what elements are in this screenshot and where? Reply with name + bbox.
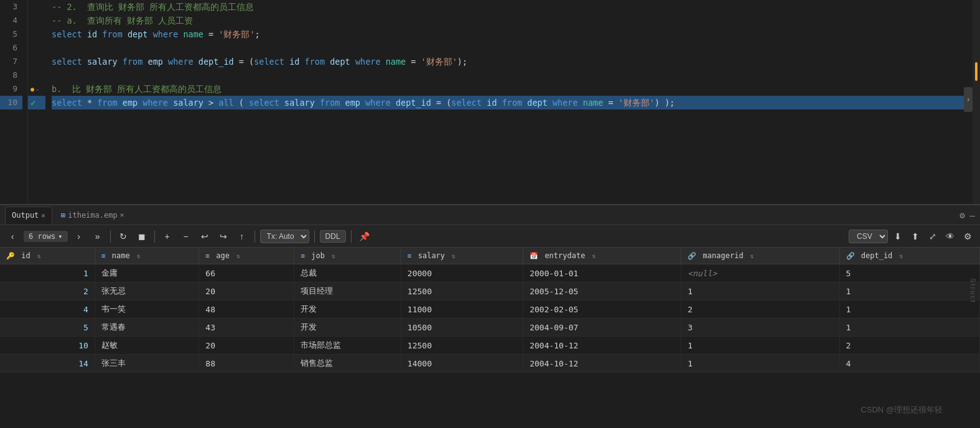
- cell-salary: 20000: [401, 264, 523, 282]
- tab-table-close[interactable]: ✕: [120, 211, 124, 219]
- toolbar-divider-5: [351, 230, 352, 243]
- ln-8: 8: [0, 68, 22, 82]
- table-row: 5常遇春43开发105002004-09-0731: [0, 319, 980, 337]
- sort-icon-entrydate: ⇅: [592, 253, 596, 259]
- redo-button[interactable]: ↪: [216, 229, 231, 244]
- tab-table[interactable]: ⊞ itheima.emp ✕: [55, 207, 130, 224]
- table-settings-button[interactable]: ⚙: [960, 229, 975, 244]
- toolbar-divider-4: [314, 230, 315, 243]
- collapse-handle[interactable]: ›: [964, 87, 973, 112]
- view-button[interactable]: 👁: [943, 229, 958, 244]
- cell-entrydate: 2002-02-05: [523, 300, 681, 319]
- col-age-icon: ≡: [205, 252, 210, 260]
- sort-icon-salary: ⇅: [452, 253, 455, 259]
- minimize-icon[interactable]: —: [970, 210, 975, 220]
- pin-button[interactable]: 📌: [357, 230, 372, 243]
- editor-scrollbar[interactable]: [973, 0, 980, 204]
- cell-dept_id: 1: [839, 319, 979, 337]
- row-count-label: 6 rows: [29, 232, 55, 241]
- refresh-button[interactable]: ↻: [116, 229, 131, 244]
- next-page-button[interactable]: ›: [72, 229, 86, 244]
- cell-salary: 14000: [401, 355, 523, 373]
- tab-table-label: itheima.emp: [68, 211, 117, 220]
- tab-output-close[interactable]: ✕: [41, 212, 45, 220]
- sort-icon-name: ⇅: [137, 253, 141, 259]
- line-numbers: 3 4 5 6 7 8 9 10: [0, 0, 28, 204]
- bottom-panel: Output ✕ ⊞ itheima.emp ✕ ⚙ — ‹ 6 rows ▾ …: [0, 205, 980, 428]
- settings-icon[interactable]: ⚙: [959, 210, 964, 220]
- cell-age: 48: [199, 300, 294, 319]
- tab-bar: Output ✕ ⊞ itheima.emp ✕ ⚙ —: [0, 205, 980, 225]
- col-header-id[interactable]: 🔑 id ⇅: [0, 248, 95, 264]
- ddl-button[interactable]: DDL: [320, 230, 346, 243]
- cell-entrydate: 2000-01-01: [523, 264, 681, 282]
- undo-button[interactable]: ↩: [197, 229, 212, 244]
- col-header-entrydate[interactable]: 📅 entrydate ⇅: [523, 248, 681, 264]
- table-row: 1金庸66总裁200002000-01-01<null>5: [0, 264, 980, 282]
- table-body: 1金庸66总裁200002000-01-01<null>52张无忌20项目经理1…: [0, 264, 980, 373]
- col-entrydate-icon: 📅: [530, 252, 538, 260]
- col-header-dept-id[interactable]: 🔗 dept_id ⇅: [839, 248, 979, 264]
- cell-name: 韦一笑: [95, 300, 198, 319]
- stop-button[interactable]: ◼: [134, 229, 149, 244]
- cell-salary: 11000: [401, 300, 523, 319]
- cell-id: 4: [0, 300, 95, 319]
- toolbar-right: CSV ⬇ ⬆ ⤢ 👁 ⚙: [849, 229, 975, 244]
- ln-6: 6: [0, 41, 22, 55]
- tab-output-label: Output: [12, 211, 39, 220]
- code-line-7: select salary from emp where dept_id = (…: [52, 55, 980, 68]
- row-count-display[interactable]: 6 rows ▾: [24, 231, 68, 242]
- cell-managerid: 1: [681, 337, 839, 355]
- struct-sidebar: Struct: [969, 278, 977, 304]
- cell-salary: 12500: [401, 337, 523, 355]
- cell-age: 66: [199, 264, 294, 282]
- code-area[interactable]: -- 2. 查询比 财务部 所有人工资都高的员工信息 -- a. 查询所有 财务…: [45, 0, 980, 204]
- cell-age: 43: [199, 319, 294, 337]
- col-header-job[interactable]: ≡ job ⇅: [294, 248, 401, 264]
- cell-job: 开发: [294, 300, 401, 319]
- export-button[interactable]: ⬇: [890, 229, 905, 244]
- table-header-row: 🔑 id ⇅ ≡ name ⇅ ≡ age ⇅ ≡: [0, 248, 980, 264]
- key-icon: 🔑: [6, 252, 15, 260]
- watermark: CSDN @理想还很年轻: [861, 404, 943, 416]
- add-row-button[interactable]: +: [160, 229, 175, 244]
- ln-9: 9: [0, 82, 22, 96]
- sort-icon-id: ⇅: [37, 253, 41, 259]
- last-page-button[interactable]: »: [90, 229, 105, 244]
- col-header-age[interactable]: ≡ age ⇅: [199, 248, 294, 264]
- ln-10: 10: [0, 96, 22, 109]
- upload-button[interactable]: ⬆: [908, 229, 923, 244]
- remove-row-button[interactable]: −: [179, 229, 194, 244]
- table-row: 14张三丰88销售总监140002004-10-1214: [0, 355, 980, 373]
- cell-dept_id: 4: [839, 355, 979, 373]
- col-header-managerid[interactable]: 🔗 managerid ⇅: [681, 248, 839, 264]
- cell-job: 总裁: [294, 264, 401, 282]
- cell-managerid: 1: [681, 282, 839, 300]
- cell-id: 2: [0, 282, 95, 300]
- cell-name: 张无忌: [95, 282, 198, 300]
- results-table-container[interactable]: 🔑 id ⇅ ≡ name ⇅ ≡ age ⇅ ≡: [0, 248, 980, 428]
- cell-name: 常遇春: [95, 319, 198, 337]
- code-line-5: select id from dept where name = '财务部' ;: [52, 27, 980, 41]
- csv-select[interactable]: CSV: [849, 230, 888, 243]
- cell-job: 市场部总监: [294, 337, 401, 355]
- col-job-icon: ≡: [301, 252, 305, 260]
- scrollbar-thumb: [975, 62, 978, 81]
- col-deptid-icon: 🔗: [846, 252, 855, 260]
- ln-4: 4: [0, 14, 22, 27]
- expand-button[interactable]: ⤢: [925, 229, 940, 244]
- tab-output[interactable]: Output ✕: [5, 207, 52, 224]
- cell-job: 项目经理: [294, 282, 401, 300]
- panel-settings-area: ⚙ —: [959, 210, 975, 220]
- submit-button[interactable]: ↑: [235, 229, 250, 244]
- col-salary-icon: ≡: [408, 252, 412, 260]
- col-header-salary[interactable]: ≡ salary ⇅: [401, 248, 523, 264]
- code-line-10: select * from emp where salary > all ( s…: [52, 96, 980, 109]
- prev-page-button[interactable]: ‹: [5, 229, 20, 244]
- tx-select[interactable]: Tx: Auto: [260, 230, 309, 243]
- cell-entrydate: 2004-09-07: [523, 319, 681, 337]
- col-header-name[interactable]: ≡ name ⇅: [95, 248, 198, 264]
- code-line-4: -- a. 查询所有 财务部 人员工资: [52, 14, 980, 27]
- cell-managerid: 1: [681, 355, 839, 373]
- cell-name: 赵敏: [95, 337, 198, 355]
